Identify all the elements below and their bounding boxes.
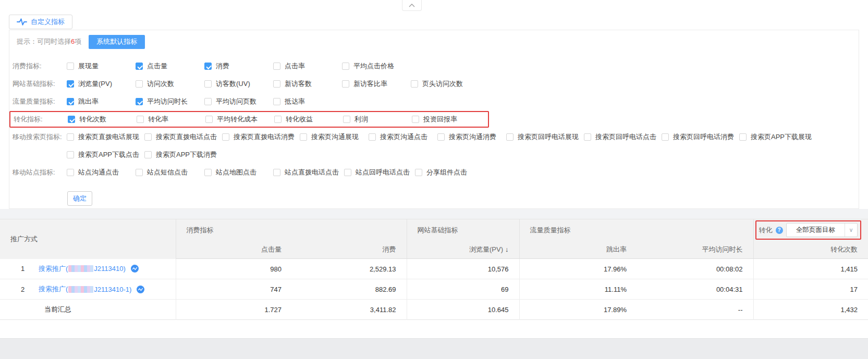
checkbox-item[interactable]: 跳出率 <box>67 97 136 106</box>
checkbox-item[interactable]: 展现量 <box>67 61 136 71</box>
checkbox-unchecked[interactable] <box>204 80 212 88</box>
checkbox-unchecked[interactable] <box>300 133 307 141</box>
checkbox-unchecked[interactable] <box>222 133 229 141</box>
trend-chart-icon[interactable] <box>137 286 144 293</box>
checkbox-checked[interactable] <box>67 98 74 105</box>
system-default-button[interactable]: 系统默认指标 <box>89 35 145 49</box>
checkbox-unchecked[interactable] <box>137 116 144 123</box>
checkbox-item[interactable]: 转化率 <box>137 115 205 124</box>
checkbox-unchecked[interactable] <box>506 133 514 141</box>
checkbox-item[interactable]: 消费 <box>204 61 273 71</box>
checkbox-item[interactable]: 搜索页APP下载点击 <box>67 150 144 159</box>
checkbox-item[interactable]: 站点回呼电话点击 <box>344 168 415 177</box>
checkbox-unchecked[interactable] <box>584 133 591 141</box>
col-conversions[interactable]: 转化次数 <box>753 241 868 259</box>
col-clicks[interactable]: 点击量 <box>176 241 292 259</box>
checkbox-item[interactable]: 投资回报率 <box>412 115 481 124</box>
col-pv[interactable]: 浏览量(PV)↓ <box>407 241 519 259</box>
checkbox-item[interactable]: 访问次数 <box>136 79 204 89</box>
checkbox-item[interactable]: 搜索页直拨电话展现 <box>67 132 144 142</box>
checkbox-unchecked[interactable] <box>415 169 422 176</box>
checkbox-item[interactable]: 转化次数 <box>68 115 137 124</box>
checkbox-item[interactable]: 搜索页沟通展现 <box>300 132 369 142</box>
checkbox-checked[interactable] <box>136 63 143 70</box>
checkbox-unchecked[interactable] <box>144 151 152 158</box>
checkbox-item[interactable]: 利润 <box>343 115 412 124</box>
checkbox-checked[interactable] <box>136 98 143 105</box>
checkbox-unchecked[interactable] <box>273 98 280 105</box>
trend-chart-icon[interactable] <box>131 265 139 273</box>
checkbox-checked[interactable] <box>67 80 74 88</box>
conversion-goal-dropdown[interactable]: 全部页面目标 ∨ <box>786 223 858 237</box>
checkbox-item[interactable]: 平均转化成本 <box>205 115 274 124</box>
campaign-link[interactable]: 搜索推广(J2113410-1) <box>39 284 131 294</box>
checkbox-item[interactable]: 平均访问页数 <box>204 97 273 106</box>
checkbox-item[interactable]: 搜索页沟通点击 <box>369 132 437 142</box>
checkbox-unchecked[interactable] <box>204 98 212 105</box>
checkbox-unchecked[interactable] <box>739 133 747 141</box>
checkbox-item[interactable]: 搜索页沟通消费 <box>437 132 506 142</box>
checkbox-item[interactable]: 转化收益 <box>274 115 343 124</box>
checkbox-item[interactable]: 站点直拨电话点击 <box>273 168 344 177</box>
checkbox-unchecked[interactable] <box>67 169 74 176</box>
checkbox-unchecked[interactable] <box>136 169 143 176</box>
checkbox-checked[interactable] <box>204 63 212 70</box>
metric-row: 流量质量指标:跳出率平均访问时长平均访问页数抵达率 <box>9 93 859 110</box>
checkbox-unchecked[interactable] <box>411 80 418 88</box>
col-bounce-rate[interactable]: 跳出率 <box>519 241 637 259</box>
checkbox-item[interactable]: 页头访问次数 <box>411 79 480 89</box>
checkbox-item[interactable]: 新访客比率 <box>342 79 411 89</box>
checkbox-item[interactable]: 搜索页回呼电话消费 <box>662 132 739 142</box>
checkbox-unchecked[interactable] <box>342 63 349 70</box>
checkbox-item[interactable]: 搜索页回呼电话展现 <box>506 132 584 142</box>
checkbox-item[interactable]: 搜索页直拨电话消费 <box>222 132 300 142</box>
checkbox-unchecked[interactable] <box>273 80 280 88</box>
checkbox-unchecked[interactable] <box>273 63 280 70</box>
checkbox-unchecked[interactable] <box>412 116 419 123</box>
checkbox-item[interactable]: 平均点击价格 <box>342 61 411 71</box>
checkbox-unchecked[interactable] <box>67 133 74 141</box>
checkbox-item[interactable]: 搜索页APP下载消费 <box>144 150 222 159</box>
checkbox-unchecked[interactable] <box>204 169 212 176</box>
sort-desc-icon[interactable]: ↓ <box>505 245 509 253</box>
col-cost[interactable]: 消费 <box>292 241 407 259</box>
checkbox-unchecked[interactable] <box>205 116 213 123</box>
checkbox-label: 利润 <box>354 115 373 124</box>
checkbox-item[interactable]: 访客数(UV) <box>204 79 273 89</box>
checkbox-item[interactable]: 搜索页直拨电话点击 <box>144 132 222 142</box>
campaign-link[interactable]: 搜索推广(J2113410) <box>39 264 126 274</box>
metric-row-label: 移动站点指标: <box>13 168 67 177</box>
checkbox-label: 跳出率 <box>78 97 104 106</box>
checkbox-unchecked[interactable] <box>67 151 74 158</box>
conversion-annotation-box: 转化 ? 全部页面目标 ∨ <box>755 220 862 240</box>
checkbox-item[interactable]: 点击率 <box>273 61 342 71</box>
checkbox-item[interactable]: 站点短信点击 <box>136 168 204 177</box>
checkbox-unchecked[interactable] <box>67 63 74 70</box>
checkbox-item[interactable]: 点击量 <box>136 61 204 71</box>
checkbox-item[interactable]: 平均访问时长 <box>136 97 204 106</box>
checkbox-unchecked[interactable] <box>136 80 143 88</box>
collapse-panel-tab[interactable] <box>402 0 422 11</box>
checkbox-unchecked[interactable] <box>343 116 350 123</box>
checkbox-unchecked[interactable] <box>437 133 445 141</box>
custom-metrics-button[interactable]: 自定义指标 <box>9 15 72 29</box>
checkbox-item[interactable]: 站点地图点击 <box>204 168 273 177</box>
checkbox-unchecked[interactable] <box>144 133 152 141</box>
checkbox-unchecked[interactable] <box>344 169 351 176</box>
checkbox-item[interactable]: 抵达率 <box>273 97 342 106</box>
confirm-button[interactable]: 确定 <box>67 191 92 206</box>
checkbox-item[interactable]: 新访客数 <box>273 79 342 89</box>
checkbox-item[interactable]: 搜索页回呼电话点击 <box>584 132 662 142</box>
checkbox-unchecked[interactable] <box>342 80 349 88</box>
checkbox-unchecked[interactable] <box>274 116 282 123</box>
checkbox-item[interactable]: 站点沟通点击 <box>67 168 136 177</box>
checkbox-unchecked[interactable] <box>273 169 280 176</box>
checkbox-item[interactable]: 搜索页APP下载展现 <box>739 132 817 142</box>
checkbox-unchecked[interactable] <box>662 133 669 141</box>
help-icon[interactable]: ? <box>776 227 783 234</box>
checkbox-checked[interactable] <box>68 116 75 123</box>
checkbox-item[interactable]: 浏览量(PV) <box>67 79 136 89</box>
col-avg-visit-time[interactable]: 平均访问时长 <box>637 241 753 259</box>
checkbox-unchecked[interactable] <box>369 133 376 141</box>
checkbox-item[interactable]: 分享组件点击 <box>415 168 484 177</box>
